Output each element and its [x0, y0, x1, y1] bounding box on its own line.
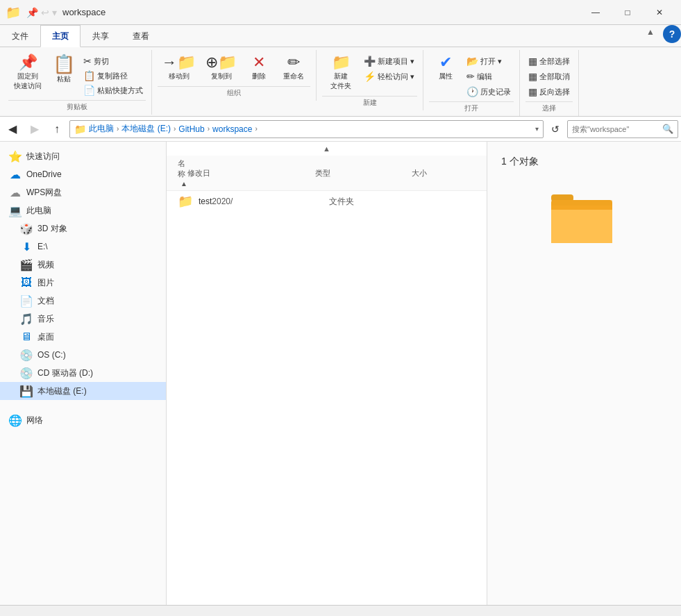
sidebar-item-3d[interactable]: 🎲 3D 对象 [0, 219, 166, 238]
ribbon-group-new: 📁 新建文件夹 ➕ 新建项目 ▾ ⚡ 轻松访问 ▾ 新建 [317, 50, 423, 110]
properties-button[interactable]: ✔ 属性 [429, 53, 462, 83]
sidebar-item-music[interactable]: 🎵 音乐 [0, 310, 166, 328]
maximize-button[interactable]: □ [612, 0, 644, 25]
refresh-button[interactable]: ↺ [546, 120, 564, 138]
crumb-workspace[interactable]: workspace [212, 124, 252, 134]
sidebar-item-desktop[interactable]: 🖥 桌面 [0, 328, 166, 346]
tab-home[interactable]: 主页 [40, 25, 81, 47]
copy-path-button[interactable]: 📋 复制路径 [81, 69, 146, 83]
col-date[interactable]: 修改日 [187, 168, 315, 178]
file-area: ▲ 名称 ▲ 修改日 类型 大小 📁 test 2020/ 文件夹 [167, 142, 487, 605]
organize-label: 组织 [158, 86, 310, 98]
ribbon-tabs: 文件 主页 共享 查看 ▲ ? [0, 25, 681, 47]
new-folder-button[interactable]: 📁 新建文件夹 [322, 53, 360, 93]
sidebar-label-network: 网络 [26, 415, 43, 426]
folder-preview [550, 189, 619, 250]
back-button[interactable]: ◀ [3, 119, 22, 139]
folder-preview-icon [550, 189, 619, 248]
app-icon: 📁 [6, 5, 21, 20]
sidebar-item-wps[interactable]: ☁ WPS网盘 [0, 183, 166, 201]
sidebar-item-doc[interactable]: 📄 文档 [0, 292, 166, 310]
sidebar-item-c[interactable]: 💿 OS (C:) [0, 346, 166, 364]
sort-arrow-header[interactable]: ▲ [167, 142, 487, 156]
help-button[interactable]: ? [663, 25, 681, 43]
tab-view[interactable]: 查看 [121, 25, 161, 47]
sidebar-item-onedrive[interactable]: ☁ OneDrive [0, 165, 166, 183]
search-icon[interactable]: 🔍 [662, 124, 673, 134]
search-bar[interactable]: 🔍 [567, 120, 678, 138]
svg-rect-4 [551, 200, 612, 206]
file-name-test: test [199, 197, 212, 206]
select-label: 选择 [526, 101, 573, 113]
cut-copy-group: ✂ 剪切 📋 复制路径 📄 粘贴快捷方式 [81, 53, 146, 97]
minimize-button[interactable]: — [580, 0, 612, 25]
select-all-button[interactable]: ▦ 全部选择 [526, 54, 573, 68]
status-bar [0, 605, 681, 616]
crumb-drive[interactable]: 本地磁盘 (E:) [121, 123, 171, 135]
title-bar: 📁 📌 ↩ ▾ workspace — □ ✕ [0, 0, 681, 25]
rename-button[interactable]: ✏ 重命名 [277, 53, 310, 83]
undo-icon[interactable]: ↩ [41, 7, 49, 18]
address-dropdown-icon[interactable]: ▾ [535, 125, 539, 133]
clipboard-buttons: 📌 固定到快速访问 📋 粘贴 ✂ 剪切 [8, 53, 146, 97]
select-all-group: ▦ 全部选择 ▦ 全部取消 ▦ 反向选择 [526, 53, 573, 99]
delete-button[interactable]: ✕ 删除 [242, 53, 276, 83]
file-type-test: 文件夹 [329, 196, 417, 208]
copy-to-button[interactable]: ⊕📁 复制到 [201, 53, 241, 83]
sidebar-label-music: 音乐 [37, 313, 54, 325]
sidebar-label-d: CD 驱动器 (D:) [37, 367, 93, 379]
paste-shortcut-button[interactable]: 📄 粘贴快捷方式 [81, 83, 146, 97]
dropdown-icon[interactable]: ▾ [52, 7, 57, 18]
up-button[interactable]: ↑ [47, 119, 67, 139]
sidebar-label-local-e: 本地磁盘 (E:) [37, 385, 87, 397]
sidebar-label-3d: 3D 对象 [37, 223, 67, 235]
sidebar-label-thispc: 此电脑 [26, 205, 51, 217]
select-buttons: ▦ 全部选择 ▦ 全部取消 ▦ 反向选择 [526, 53, 573, 99]
sidebar-item-network[interactable]: 🌐 网络 [0, 411, 166, 429]
tab-file[interactable]: 文件 [0, 25, 40, 47]
crumb-computer[interactable]: 此电脑 [89, 123, 114, 135]
ribbon-content: 📌 固定到快速访问 📋 粘贴 ✂ 剪切 [0, 47, 681, 116]
preview-panel: 1 个对象 [487, 142, 681, 605]
sidebar-item-thispc[interactable]: 💻 此电脑 [0, 201, 166, 219]
col-type: 类型 [315, 168, 411, 178]
tab-share[interactable]: 共享 [81, 25, 121, 47]
file-list-header: 名称 ▲ 修改日 类型 大小 [167, 156, 487, 191]
sidebar-label-e: E:\ [37, 242, 48, 251]
sidebar-item-picture[interactable]: 🖼 图片 [0, 274, 166, 292]
sort-arrow: ▲ [180, 180, 187, 188]
history-button[interactable]: 🕐 历史记录 [464, 85, 514, 99]
open-button[interactable]: 📂 打开 ▾ [464, 54, 514, 68]
sidebar-label-quick-access: 快速访问 [26, 151, 60, 163]
sidebar-item-video[interactable]: 🎬 视频 [0, 256, 166, 274]
new-item-button[interactable]: ➕ 新建项目 ▾ [361, 54, 417, 68]
crumb-github[interactable]: GitHub [178, 124, 204, 134]
invert-select-button[interactable]: ▦ 反向选择 [526, 85, 573, 99]
cut-button[interactable]: ✂ 剪切 [81, 54, 146, 68]
svg-rect-3 [551, 239, 612, 243]
move-to-button[interactable]: →📁 移动到 [158, 53, 200, 83]
deselect-all-button[interactable]: ▦ 全部取消 [526, 69, 573, 83]
search-input[interactable] [572, 125, 659, 133]
file-item-test[interactable]: 📁 test 2020/ 文件夹 [167, 191, 487, 213]
copy-paste-group: 📋 粘贴 ✂ 剪切 📋 复制路径 [49, 53, 146, 97]
sidebar-item-quick-access[interactable]: ⭐ 快速访问 [0, 147, 166, 165]
open-edit-group: 📂 打开 ▾ ✏ 编辑 🕐 历史记录 [464, 53, 514, 99]
sidebar-item-d[interactable]: 💿 CD 驱动器 (D:) [0, 364, 166, 382]
sidebar-item-local-e[interactable]: 💾 本地磁盘 (E:) [0, 382, 166, 400]
ribbon-collapse-button[interactable]: ▲ [644, 25, 657, 39]
pin-icon[interactable]: 📌 [26, 7, 38, 18]
paste-button[interactable]: 📋 粘贴 [49, 53, 79, 97]
pin-quick-access-button[interactable]: 📌 固定到快速访问 [8, 53, 47, 93]
clipboard-label: 剪贴板 [8, 100, 146, 112]
sidebar-label-video: 视频 [37, 259, 54, 271]
new-label: 新建 [322, 96, 417, 108]
edit-button[interactable]: ✏ 编辑 [464, 69, 514, 83]
easy-access-button[interactable]: ⚡ 轻松访问 ▾ [361, 69, 417, 83]
address-bar[interactable]: 📁 此电脑 › 本地磁盘 (E:) › GitHub › workspace ›… [69, 120, 544, 138]
col-name[interactable]: 名称 ▲ [178, 158, 187, 188]
col-size: 大小 [412, 168, 476, 178]
forward-button[interactable]: ▶ [25, 119, 44, 139]
sidebar-item-e[interactable]: ⬇ E:\ [0, 238, 166, 256]
close-button[interactable]: ✕ [644, 0, 675, 25]
